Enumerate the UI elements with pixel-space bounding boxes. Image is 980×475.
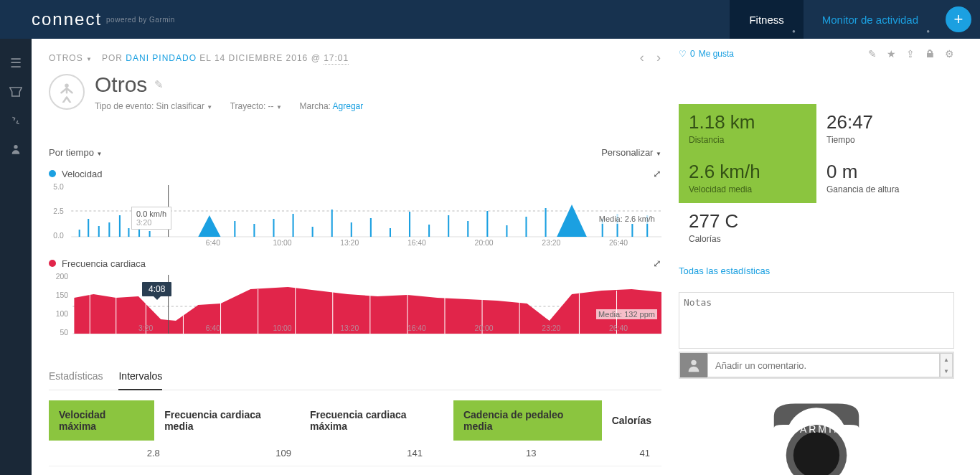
activity-title: Otros — [95, 72, 147, 97]
svg-rect-19 — [312, 227, 314, 237]
svg-rect-22 — [370, 218, 372, 237]
svg-text:10:00: 10:00 — [273, 239, 291, 247]
svg-text:23:20: 23:20 — [542, 239, 560, 247]
left-rail: ☰ — [0, 39, 32, 475]
chart-xaxis-mode[interactable]: Por tiempo ▼ — [49, 147, 102, 158]
hr-chart: Frecuencia cardiaca ⤢ 200 150 100 50 3:2… — [49, 258, 661, 344]
bc-category[interactable]: OTROS — [49, 53, 83, 63]
comment-stepper[interactable]: ▲▼ — [940, 353, 953, 377]
stat-box: 0 mGanancia de altura — [816, 154, 954, 203]
star-icon[interactable]: ★ — [887, 48, 896, 60]
logo: connect — [32, 9, 102, 29]
table-header[interactable]: Frecuencia cardiaca máxima — [300, 400, 453, 441]
stat-box: 26:47Tiempo — [816, 104, 954, 154]
svg-text:10:00: 10:00 — [273, 324, 291, 332]
profile-icon[interactable] — [0, 135, 32, 164]
svg-rect-11 — [119, 215, 121, 237]
next-icon[interactable]: › — [656, 50, 661, 65]
notes-box[interactable] — [679, 292, 954, 349]
logo-subtitle: powered by Garmin — [106, 16, 175, 24]
svg-rect-26 — [448, 215, 449, 237]
stat-box: 1.18 kmDistancia — [679, 104, 816, 154]
menu-icon[interactable]: ☰ — [0, 49, 32, 77]
svg-rect-12 — [128, 228, 129, 237]
table-header[interactable]: Velocidad máxima — [49, 400, 154, 441]
notes-textarea[interactable] — [684, 297, 949, 342]
table-header[interactable]: Cadencia de pedaleo media — [453, 400, 602, 441]
app-header: connect powered by Garmin Fitness ● Moni… — [0, 0, 980, 39]
device-image: GARMIN — [679, 398, 954, 475]
svg-text:26:40: 26:40 — [609, 239, 628, 247]
prev-icon[interactable]: ‹ — [640, 50, 645, 65]
lock-icon[interactable]: 🔒︎ — [925, 48, 935, 60]
sync-icon[interactable] — [0, 106, 32, 135]
add-gear-link[interactable]: Agregar — [333, 101, 364, 111]
tab-activity-monitor[interactable]: Monitor de actividad ● — [803, 0, 937, 39]
svg-rect-34 — [631, 224, 633, 237]
svg-text:13:20: 13:20 — [340, 324, 359, 332]
speed-tooltip: 0.0 km/h 3:20 — [131, 207, 171, 230]
bc-user-link[interactable]: DANI PINDADO — [126, 53, 197, 63]
svg-text:6:40: 6:40 — [206, 324, 221, 332]
svg-text:13:20: 13:20 — [340, 239, 359, 247]
svg-text:200: 200 — [56, 273, 69, 281]
svg-rect-17 — [273, 219, 274, 237]
expand-icon[interactable]: ⤢ — [653, 258, 661, 269]
tab-intervals[interactable]: Intervalos — [118, 363, 162, 390]
svg-rect-30 — [525, 217, 527, 237]
svg-rect-15 — [234, 221, 235, 237]
comment-input-wrap: ▲▼ — [679, 352, 954, 379]
all-stats-link[interactable]: Todas las estadísticas — [679, 265, 770, 276]
comment-input[interactable] — [707, 353, 940, 377]
interval-table: Velocidad máximaFrecuencia cardiaca medi… — [49, 400, 661, 441]
svg-text:16:40: 16:40 — [407, 324, 426, 332]
table-header[interactable]: Frecuencia cardiaca media — [154, 400, 300, 441]
edit-title-icon[interactable]: ✎ — [154, 78, 164, 91]
table-row: 2.81091411341 — [49, 441, 661, 466]
svg-rect-24 — [409, 212, 410, 237]
inbox-icon[interactable] — [0, 77, 32, 106]
svg-rect-7 — [79, 230, 80, 237]
svg-rect-27 — [467, 221, 468, 237]
svg-point-74 — [691, 360, 696, 365]
svg-rect-8 — [88, 219, 89, 237]
chart-customize[interactable]: Personalizar ▼ — [601, 147, 661, 158]
svg-rect-18 — [293, 214, 294, 237]
svg-text:26:40: 26:40 — [609, 324, 628, 332]
header-nav: Fitness ● Monitor de actividad ● + — [730, 0, 980, 39]
svg-rect-28 — [486, 211, 488, 237]
activity-type-icon — [49, 74, 85, 110]
speed-avg-label: Media: 2.6 km/h — [597, 214, 657, 224]
svg-rect-9 — [98, 226, 100, 237]
svg-rect-14 — [149, 231, 151, 237]
table-header[interactable]: Calorías — [602, 400, 661, 441]
svg-point-1 — [65, 84, 69, 88]
course[interactable]: Trayecto: -- — [230, 101, 274, 111]
like-button[interactable]: ♡ 0 Me gusta — [679, 49, 734, 59]
tab-activity-monitor-label: Monitor de actividad — [822, 14, 918, 26]
bc-time[interactable]: 17:01 — [324, 53, 349, 65]
hr-cursor-badge: 4:08 — [142, 282, 171, 296]
stat-box: 2.6 km/hVelocidad media — [679, 154, 816, 203]
svg-text:100: 100 — [56, 310, 69, 318]
event-type[interactable]: Tipo de evento: Sin clasificar — [95, 101, 204, 111]
tab-stats[interactable]: Estadísticas — [49, 363, 103, 390]
svg-point-0 — [14, 145, 17, 149]
svg-text:20:00: 20:00 — [475, 324, 494, 332]
hr-swatch — [49, 260, 56, 267]
svg-rect-25 — [428, 225, 430, 237]
hr-avg-label: Media: 132 ppm — [596, 309, 657, 319]
svg-text:23:20: 23:20 — [542, 324, 560, 332]
table-row: 2.31511662090 — [49, 466, 661, 476]
edit-icon[interactable]: ✎ — [868, 48, 877, 60]
add-button[interactable]: + — [946, 6, 971, 32]
tab-fitness[interactable]: Fitness ● — [730, 0, 802, 39]
expand-icon[interactable]: ⤢ — [653, 168, 661, 179]
svg-rect-10 — [108, 222, 110, 237]
svg-text:0.0: 0.0 — [53, 232, 64, 240]
share-icon[interactable]: ⇪ — [906, 48, 915, 60]
speed-chart: Velocidad ⤢ 5.0 2.5 0.0 — [49, 168, 661, 248]
svg-rect-29 — [506, 225, 507, 237]
gear-icon[interactable]: ⚙ — [945, 48, 954, 60]
svg-rect-21 — [351, 222, 352, 237]
